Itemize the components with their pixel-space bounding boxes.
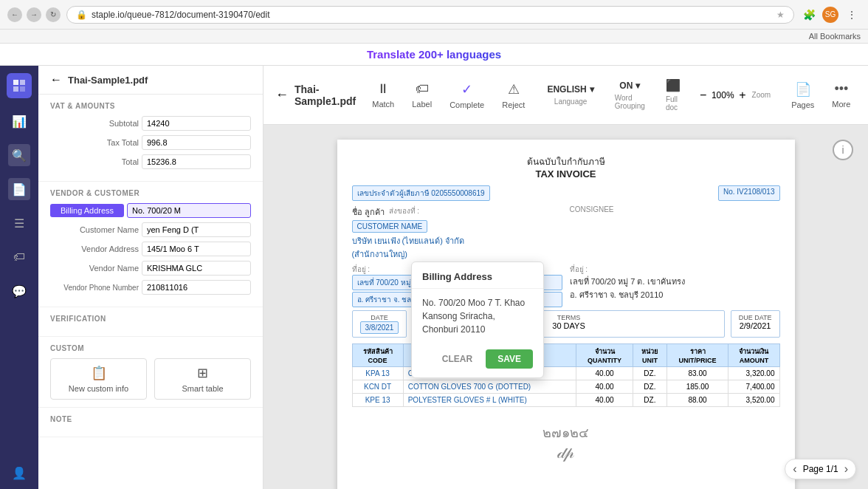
item-amount: 3,520.00 bbox=[728, 394, 779, 407]
zoom-controls: − 100% + bbox=[694, 89, 752, 102]
popup-clear-btn[interactable]: CLEAR bbox=[435, 349, 480, 369]
pages-btn[interactable]: 📄 Pages bbox=[782, 77, 823, 114]
word-grouping-dropdown[interactable]: ON ▾ Word Grouping bbox=[607, 76, 652, 114]
invoice-no: No. IV2108/013 bbox=[718, 185, 780, 201]
popup-content: No. 700/20 Moo 7 T. Khao Kansong Srirach… bbox=[412, 289, 543, 343]
translate-banner: Translate 200+ languages bbox=[0, 44, 868, 66]
popup-save-btn[interactable]: SAVE bbox=[486, 349, 533, 369]
nav-list-icon[interactable]: ☰ bbox=[8, 212, 30, 234]
due-date-value: 2/9/2021 bbox=[739, 321, 772, 330]
total-row: Total 15236.8 bbox=[50, 154, 251, 169]
item-qty: 40.00 bbox=[576, 367, 633, 380]
custom-label: CUSTOM bbox=[50, 344, 251, 352]
nav-sidebar: 📊 🔍 📄 ☰ 🏷 💬 👤 bbox=[0, 66, 38, 489]
page-next-btn[interactable]: › bbox=[844, 462, 848, 476]
thai-title: ต้นฉบับใบกำกับภาษี bbox=[352, 154, 780, 168]
panel-title: Thai-Sample1.pdf bbox=[68, 75, 148, 86]
toolbar-back-btn[interactable]: ← bbox=[275, 87, 289, 103]
extensions-btn[interactable]: 🧩 bbox=[800, 6, 818, 24]
url-text: staple.io/queue-7812/document-3190470/ed… bbox=[92, 10, 772, 20]
new-custom-info-btn[interactable]: 📋 New custom info bbox=[50, 358, 147, 400]
profile-btn[interactable]: SG bbox=[822, 7, 838, 23]
vendor-address-label: Vendor Address bbox=[50, 244, 139, 253]
reject-btn[interactable]: ⚠ Reject bbox=[493, 77, 534, 114]
info-btn[interactable]: i bbox=[833, 140, 853, 160]
item-unit: DZ. bbox=[633, 367, 667, 380]
customer-name-row: Customer Name yen Feng D (T bbox=[50, 222, 251, 237]
doc-viewer: ต้นฉบับใบกำกับภาษี TAX INVOICE เลขประจำต… bbox=[264, 125, 868, 489]
popup-actions: CLEAR SAVE bbox=[412, 343, 543, 377]
customer-name-value[interactable]: yen Feng D (T bbox=[142, 222, 251, 237]
page-prev-btn[interactable]: ‹ bbox=[793, 462, 796, 476]
language-dropdown[interactable]: ENGLISH ▾ Language bbox=[540, 80, 601, 110]
vendor-address-value[interactable]: 145/1 Moo 6 T bbox=[142, 242, 251, 256]
zoom-label: Zoom bbox=[752, 91, 771, 99]
item-price: 88.00 bbox=[666, 394, 728, 407]
vendor-phone-value[interactable]: 210811016 bbox=[142, 280, 251, 295]
vendor-address: เลขที่ 700/20 หมู่ 7 ต. เขาคันทรง bbox=[570, 275, 780, 288]
browser-controls: ← → ↻ bbox=[7, 7, 61, 22]
nav-doc-icon[interactable]: 📄 bbox=[8, 178, 30, 200]
tax-total-value[interactable]: 996.8 bbox=[142, 135, 251, 150]
panel-back-btn[interactable]: ← bbox=[50, 73, 62, 86]
billing-address-row[interactable]: Billing Address No. 700/20 M bbox=[50, 203, 251, 218]
invoice-header: ต้นฉบับใบกำกับภาษี TAX INVOICE bbox=[352, 154, 780, 179]
smart-table-btn[interactable]: ⊞ Smart table bbox=[154, 358, 251, 400]
label-btn[interactable]: 🏷 Label bbox=[403, 77, 441, 113]
nav-chat-icon[interactable]: 💬 bbox=[8, 280, 30, 302]
svg-rect-2 bbox=[13, 86, 18, 92]
item-code: KPA 13 bbox=[352, 367, 403, 380]
full-doc-dropdown[interactable]: ⬛ Full doc bbox=[658, 74, 688, 116]
billing-address-value[interactable]: No. 700/20 M bbox=[127, 203, 251, 218]
item-qty: 40.00 bbox=[576, 394, 633, 407]
reject-icon: ⚠ bbox=[508, 81, 520, 98]
doc-page: ต้นฉบับใบกำกับภาษี TAX INVOICE เลขประจำต… bbox=[337, 140, 795, 489]
back-btn[interactable]: ← bbox=[7, 7, 22, 22]
customer-name-badge: CUSTOMER NAME bbox=[352, 220, 428, 233]
url-bar[interactable]: 🔒 staple.io/queue-7812/document-3190470/… bbox=[66, 6, 794, 24]
consignee-label2: CONSIGNEE bbox=[570, 205, 780, 213]
total-value[interactable]: 15236.8 bbox=[142, 154, 251, 169]
svg-rect-1 bbox=[20, 80, 25, 85]
customer-section: ชื่อ ลูกค้า ส่งของที่ : CUSTOMER NAME บร… bbox=[352, 205, 780, 261]
subtotal-value[interactable]: 14240 bbox=[142, 116, 251, 131]
refresh-btn[interactable]: ↻ bbox=[46, 7, 61, 22]
svg-rect-3 bbox=[20, 86, 25, 92]
svg-rect-0 bbox=[13, 80, 18, 85]
date-cell: DATE 3/8/2021 bbox=[352, 310, 407, 338]
customer-branch: (สำนักงานใหญ่) bbox=[352, 247, 562, 261]
customer-name: บริษัท เยนเฟ้ง (ไทยแลนด์) จำกัด bbox=[352, 234, 562, 247]
due-date-cell: DUE DATE 2/9/2021 bbox=[731, 310, 780, 338]
price-col-header: ราคาUNIT/PRICE bbox=[666, 344, 728, 367]
total-label: Total bbox=[50, 157, 139, 166]
custom-buttons: 📋 New custom info ⊞ Smart table bbox=[50, 358, 251, 400]
invoice-title: TAX INVOICE bbox=[352, 168, 780, 179]
nav-tag-icon[interactable]: 🏷 bbox=[8, 246, 30, 268]
more-btn[interactable]: ••• More bbox=[823, 77, 859, 113]
vendor-name-value[interactable]: KRISHMA GLC bbox=[142, 261, 251, 276]
match-icon: ⏸ bbox=[376, 81, 390, 97]
vendor-customer-section: VENDOR & CUSTOMER Billing Address No. 70… bbox=[38, 182, 263, 307]
zoom-out-btn[interactable]: − bbox=[700, 89, 706, 102]
menu-btn[interactable]: ⋮ bbox=[843, 6, 861, 24]
nav-chart-icon[interactable]: 📊 bbox=[8, 110, 30, 132]
word-grouping-label: Word Grouping bbox=[615, 94, 645, 110]
item-amount: 3,320.00 bbox=[728, 367, 779, 380]
unit-col-header: หน่วยUNIT bbox=[633, 344, 667, 367]
page-nav: ‹ Page 1/1 › bbox=[785, 459, 856, 479]
complete-btn[interactable]: ✓ Complete bbox=[441, 77, 493, 114]
match-btn[interactable]: ⏸ Match bbox=[363, 77, 403, 113]
bookmarks-label: All Bookmarks bbox=[809, 32, 861, 41]
forward-btn[interactable]: → bbox=[27, 7, 41, 22]
language-label: Language bbox=[554, 98, 588, 106]
verification-section: VERIFICATION bbox=[38, 307, 263, 337]
nav-user-icon[interactable]: 👤 bbox=[8, 462, 30, 484]
zoom-in-btn[interactable]: + bbox=[739, 89, 745, 102]
item-amount: 7,400.00 bbox=[728, 380, 779, 394]
nav-search-icon[interactable]: 🔍 bbox=[8, 144, 30, 166]
word-grouping-chevron-icon: ▾ bbox=[636, 81, 640, 91]
date-label: DATE bbox=[360, 314, 399, 321]
zoom-value: 100% bbox=[709, 90, 736, 100]
subtotal-row: Subtotal 14240 bbox=[50, 116, 251, 131]
language-value: ENGLISH bbox=[547, 84, 586, 95]
